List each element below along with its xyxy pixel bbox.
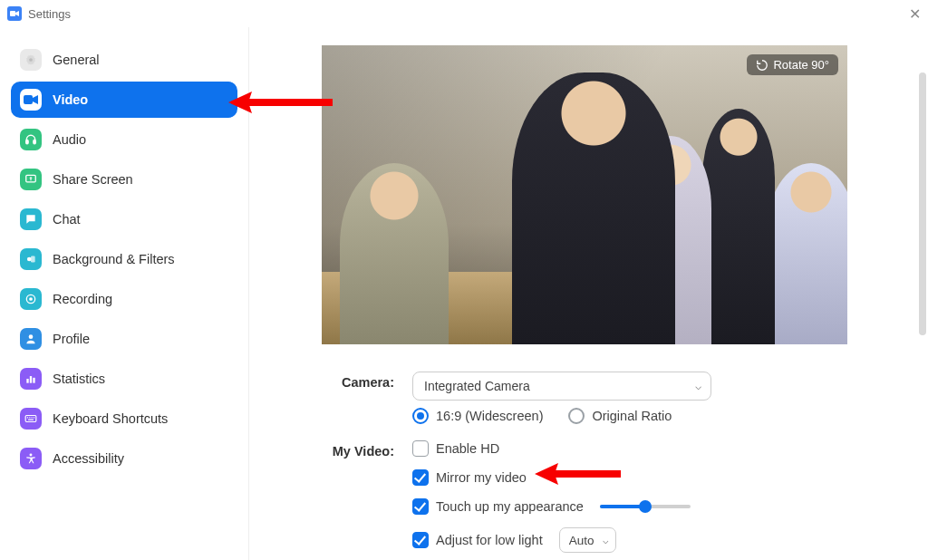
svg-rect-13	[33, 378, 34, 383]
scrollbar[interactable]	[919, 72, 926, 335]
sidebar-item-chat[interactable]: Chat	[11, 201, 237, 237]
sidebar-item-background-filters[interactable]: Background & Filters	[11, 241, 237, 277]
chat-icon	[20, 208, 42, 230]
video-icon	[20, 89, 42, 111]
touch-up-checkbox[interactable]: Touch up my appearance	[412, 498, 892, 515]
sidebar-item-label: Keyboard Shortcuts	[53, 411, 168, 426]
checkbox-icon	[412, 532, 429, 548]
svg-rect-14	[25, 416, 36, 422]
svg-point-10	[29, 334, 34, 339]
mirror-video-checkbox[interactable]: Mirror my video	[412, 469, 892, 486]
sidebar-item-label: Share Screen	[53, 172, 133, 187]
svg-point-6	[27, 257, 32, 262]
camera-group: Integrated Camera ⌵ 16:9 (Widescreen) Or…	[412, 372, 892, 424]
sidebar-item-label: Audio	[53, 132, 86, 147]
checkbox-label: Touch up my appearance	[436, 499, 584, 514]
svg-point-9	[29, 297, 33, 301]
camera-selected-value: Integrated Camera	[424, 379, 530, 393]
svg-rect-7	[31, 256, 35, 263]
sidebar-item-recording[interactable]: Recording	[11, 281, 237, 317]
gear-icon	[20, 49, 42, 71]
checkbox-label: Mirror my video	[436, 470, 527, 485]
sidebar-item-share-screen[interactable]: Share Screen	[11, 161, 237, 198]
share-icon	[20, 169, 42, 190]
filters-icon	[20, 248, 42, 270]
svg-rect-12	[30, 376, 32, 383]
video-preview: Rotate 90°	[322, 45, 847, 344]
video-controls: Camera: Integrated Camera ⌵ 16:9 (Widesc…	[322, 372, 892, 553]
low-light-mode-value: Auto	[569, 534, 594, 547]
sidebar-item-accessibility[interactable]: Accessibility	[11, 440, 237, 477]
close-button[interactable]: ✕	[909, 5, 921, 23]
sidebar-item-label: Chat	[53, 212, 81, 227]
keyboard-icon	[20, 408, 42, 430]
zoom-app-icon	[7, 6, 22, 21]
camera-select[interactable]: Integrated Camera ⌵	[412, 372, 711, 401]
checkbox-icon	[412, 440, 429, 457]
checkbox-label: Enable HD	[436, 441, 499, 456]
svg-rect-17	[32, 417, 33, 418]
window-title: Settings	[28, 7, 71, 21]
stats-icon	[20, 368, 42, 390]
record-icon	[20, 288, 42, 310]
svg-rect-2	[24, 95, 33, 104]
low-light-mode-select[interactable]: Auto ⌵	[559, 527, 617, 553]
enable-hd-checkbox[interactable]: Enable HD	[412, 440, 892, 457]
my-video-group: Enable HD Mirror my video Touch up my ap…	[412, 440, 892, 553]
sidebar-item-label: Accessibility	[53, 451, 124, 466]
aspect-widescreen-radio[interactable]: 16:9 (Widescreen)	[412, 408, 543, 424]
radio-label: 16:9 (Widescreen)	[436, 409, 543, 423]
radio-icon	[568, 408, 585, 424]
sidebar-item-keyboard-shortcuts[interactable]: Keyboard Shortcuts	[11, 401, 237, 437]
sidebar-item-label: Video	[53, 92, 88, 107]
svg-rect-3	[26, 140, 28, 144]
svg-rect-0	[10, 11, 15, 16]
svg-rect-11	[26, 379, 28, 383]
rotate-label: Rotate 90°	[773, 58, 829, 72]
sidebar-item-video[interactable]: Video	[11, 82, 237, 118]
sidebar-item-general[interactable]: General	[11, 42, 237, 78]
sidebar-item-label: Statistics	[53, 372, 105, 386]
svg-rect-16	[29, 417, 30, 418]
radio-icon	[412, 408, 429, 424]
titlebar: Settings ✕	[0, 0, 928, 27]
checkbox-icon	[412, 469, 429, 486]
sidebar-item-label: General	[53, 53, 100, 67]
low-light-checkbox[interactable]: Adjust for low light Auto ⌵	[412, 527, 892, 553]
my-video-label: My Video:	[322, 440, 412, 459]
svg-rect-19	[28, 420, 34, 420]
sidebar-item-statistics[interactable]: Statistics	[11, 361, 237, 397]
chevron-down-icon: ⌵	[603, 535, 609, 546]
sidebar-item-label: Background & Filters	[53, 252, 175, 266]
checkbox-label: Adjust for low light	[436, 533, 543, 547]
headphones-icon	[20, 129, 42, 150]
svg-point-20	[30, 453, 33, 456]
sidebar-item-label: Recording	[53, 292, 112, 306]
aspect-original-radio[interactable]: Original Ratio	[568, 408, 672, 424]
checkbox-icon	[412, 498, 429, 515]
video-preview-image	[322, 45, 847, 344]
svg-rect-4	[34, 140, 35, 144]
main-panel: Rotate 90° Camera: Integrated Camera ⌵ 1…	[249, 27, 928, 560]
rotate-icon	[756, 59, 768, 72]
rotate-90-button[interactable]: Rotate 90°	[747, 54, 838, 75]
touch-up-slider[interactable]	[600, 505, 691, 508]
svg-rect-18	[34, 417, 34, 418]
svg-rect-15	[27, 417, 28, 418]
sidebar: General Video Audio Share Screen Chat	[0, 27, 249, 560]
chevron-down-icon: ⌵	[695, 380, 701, 392]
sidebar-item-label: Profile	[53, 332, 90, 346]
sidebar-item-audio[interactable]: Audio	[11, 121, 237, 158]
person-icon	[20, 328, 42, 350]
sidebar-item-profile[interactable]: Profile	[11, 321, 237, 357]
radio-label: Original Ratio	[592, 409, 672, 423]
accessibility-icon	[20, 448, 42, 469]
body: General Video Audio Share Screen Chat	[0, 27, 928, 560]
camera-label: Camera:	[322, 372, 412, 390]
